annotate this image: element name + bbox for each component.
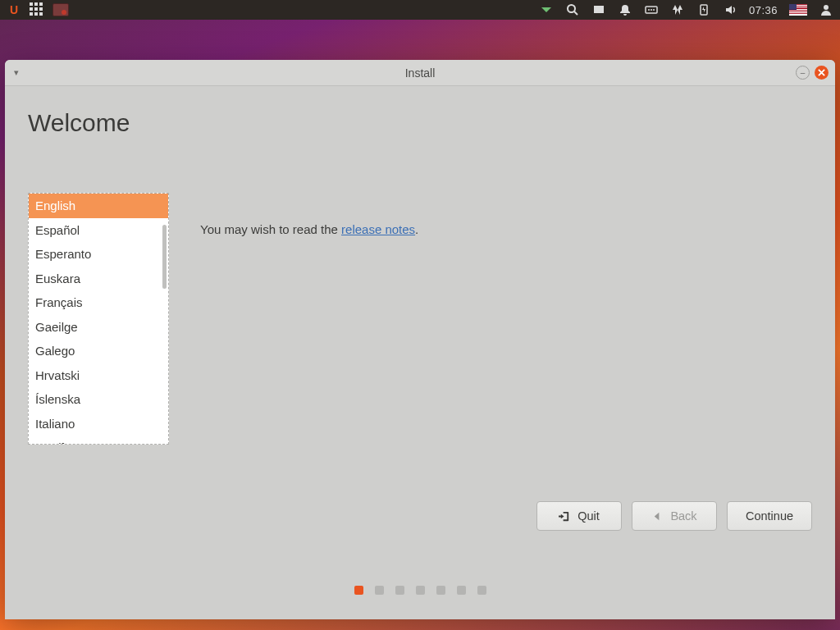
- desktop: U 07:36 ▾ Install –: [0, 0, 840, 630]
- language-option[interactable]: Esperanto: [29, 242, 168, 267]
- language-option[interactable]: Español: [29, 218, 168, 243]
- svg-point-6: [653, 9, 655, 11]
- step-dot: [457, 586, 466, 595]
- language-option[interactable]: Hrvatski: [29, 363, 168, 388]
- distro-logo-icon[interactable]: U: [7, 2, 21, 17]
- language-option[interactable]: Gaeilge: [29, 315, 168, 340]
- clock[interactable]: 07:36: [749, 4, 778, 16]
- language-option[interactable]: Íslenska: [29, 387, 168, 412]
- keyboard-icon[interactable]: [644, 2, 659, 17]
- svg-line-1: [574, 11, 578, 15]
- svg-point-8: [824, 5, 829, 10]
- battery-icon[interactable]: [696, 2, 711, 17]
- arrow-left-icon: [651, 510, 664, 523]
- step-dot: [436, 586, 445, 595]
- svg-rect-2: [594, 6, 604, 13]
- language-option[interactable]: Kurdî: [29, 436, 168, 445]
- continue-button[interactable]: Continue: [727, 501, 812, 531]
- step-dot: [354, 586, 363, 595]
- release-notes-link[interactable]: release notes: [341, 222, 415, 236]
- workspace-icon[interactable]: [591, 2, 606, 17]
- installer-window: ▾ Install – Welcome EnglishEspañolEspera…: [5, 60, 835, 619]
- dropdown-icon[interactable]: [539, 2, 554, 17]
- installer-content: Welcome EnglishEspañolEsperantoEuskaraFr…: [5, 86, 835, 619]
- quit-button[interactable]: Quit: [536, 501, 622, 531]
- language-option[interactable]: Français: [29, 290, 168, 315]
- button-row: Quit Back Continue: [536, 501, 812, 531]
- release-notes-text: You may wish to read the release notes.: [200, 222, 418, 236]
- applications-icon[interactable]: [30, 2, 44, 17]
- network-icon[interactable]: [670, 2, 685, 17]
- language-option[interactable]: Galego: [29, 339, 168, 363]
- language-option[interactable]: English: [29, 194, 168, 218]
- top-panel: U 07:36: [0, 0, 840, 20]
- scrollbar[interactable]: [162, 225, 167, 289]
- back-button: Back: [632, 501, 717, 531]
- step-dot: [375, 586, 384, 595]
- window-minimize-button[interactable]: –: [796, 66, 810, 80]
- step-dot: [395, 586, 404, 595]
- exit-icon: [559, 510, 571, 523]
- window-close-button[interactable]: [815, 66, 829, 80]
- volume-icon[interactable]: [723, 2, 737, 17]
- svg-point-4: [648, 9, 650, 11]
- search-icon[interactable]: [565, 2, 580, 17]
- language-option[interactable]: Euskara: [29, 267, 168, 291]
- window-titlebar[interactable]: ▾ Install –: [5, 60, 835, 86]
- step-dot: [477, 586, 486, 595]
- svg-point-5: [651, 9, 652, 11]
- page-heading: Welcome: [28, 109, 812, 137]
- language-flag-icon[interactable]: [789, 4, 807, 16]
- language-list[interactable]: EnglishEspañolEsperantoEuskaraFrançaisGa…: [28, 193, 169, 445]
- step-dot: [416, 586, 425, 595]
- screenshot-tray-icon[interactable]: [52, 3, 69, 16]
- language-option[interactable]: Italiano: [29, 412, 168, 436]
- svg-point-0: [568, 5, 575, 12]
- notifications-icon[interactable]: [618, 2, 632, 17]
- step-indicator: [5, 586, 835, 595]
- window-title: Install: [5, 66, 835, 80]
- user-icon[interactable]: [819, 2, 833, 17]
